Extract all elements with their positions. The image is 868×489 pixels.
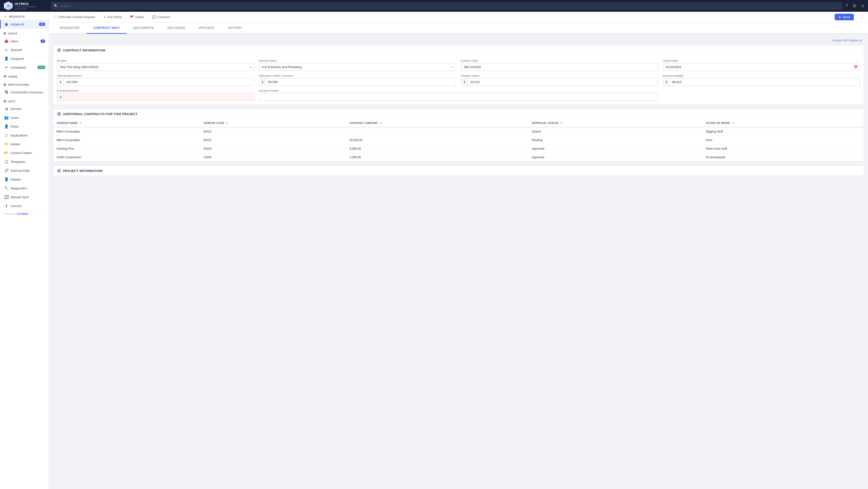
menu-icon[interactable]: ≡ — [861, 3, 864, 8]
search-icon: 🔍 — [54, 4, 58, 8]
collapse-all-link[interactable]: Collapse all — [847, 39, 862, 42]
logo-hex: U — [4, 1, 13, 10]
additional-contracts-toggle[interactable]: − — [57, 112, 61, 116]
project-select[interactable]: Test This thing (380-42010) — [57, 63, 254, 71]
cell-scope-of-work-1: Roof — [703, 136, 864, 145]
completed-badge: 104 — [37, 66, 45, 69]
tab-decisions[interactable]: DECISIONS — [161, 23, 192, 34]
sidebar-item-aliases[interactable]: 👤 Aliases — [0, 175, 49, 184]
more-options-icon[interactable]: ⋮ — [860, 15, 864, 20]
sidebar-item-manual-sync[interactable]: 🔄 Manual Sync — [0, 193, 49, 201]
sort-contract-amount-icon: ⇅ — [380, 122, 382, 124]
sidebar-item-templates[interactable]: 📋 Templates — [0, 157, 49, 166]
vendor-name-select[interactable]: A & R Electric and Plumbing — [259, 63, 456, 71]
send-arrow-icon: ➤ — [839, 15, 841, 19]
inbox-badge: 7 — [40, 39, 45, 43]
tab-contract-info[interactable]: CONTRACT INFO — [86, 23, 127, 34]
powered-by: Powered by ULTIMUS — [0, 210, 49, 217]
templates-icon: 📋 — [4, 160, 8, 164]
col-contract-amount[interactable]: CONTRACT AMOUNT ⇅ — [346, 119, 528, 127]
tab-process[interactable]: PROCESS — [192, 23, 221, 34]
expand-collapse-bar: Expand all / Collapse all — [53, 38, 864, 43]
toolbar-item-comment[interactable]: 💬 Comment — [152, 15, 170, 19]
cell-contract-amount-0 — [346, 127, 528, 136]
submit-date-field: Submit Date 📅 — [663, 59, 860, 71]
additional-contracts-header: − ADDITIONAL CONTRACTS FOR THIS PROJECT — [53, 109, 864, 119]
total-budget-money-symbol: $ — [57, 78, 64, 86]
sidebar-item-applications[interactable]: ⬡ Applications — [0, 131, 49, 140]
help-icon[interactable]: ? — [845, 3, 848, 8]
tab-requester[interactable]: REQUESTER — [53, 23, 86, 34]
vendor-code-input[interactable] — [461, 63, 658, 71]
toolbar-item-eric[interactable]: ★ Eric Ritche — [103, 15, 122, 19]
sidebar-item-external-data[interactable]: 🔗 External Data — [0, 166, 49, 175]
search-input[interactable] — [60, 4, 839, 8]
sidebar-section-views: 👁 VIEWS — [0, 72, 49, 80]
toolbar-item-initiate[interactable]: 🚩 Initiate — [130, 15, 144, 19]
col-vendor-code[interactable]: VENDOR CODE ⇅ — [200, 119, 346, 127]
sidebar: ⚡ REQUESTS ▣ Initiate All 21 ⊞ TASKS 📥 I… — [0, 12, 49, 489]
sidebar-item-roles[interactable]: 👤 Roles — [0, 122, 49, 131]
toolbar-separator-2 — [126, 15, 126, 20]
sort-approval-status-icon: ⇅ — [561, 122, 562, 124]
sidebar-item-completed[interactable]: ✔ Completed 104 — [0, 63, 49, 72]
assigned-icon: 👤 — [4, 56, 8, 61]
expand-all-link[interactable]: Expand all — [833, 39, 846, 42]
vendor-name-label: Vendor Name — [259, 59, 456, 62]
amount-available-input[interactable] — [670, 78, 860, 86]
vendor-code-field: Vendor Code — [461, 59, 658, 71]
tab-documents[interactable]: DOCUMENTS — [127, 23, 161, 34]
sidebar-item-servers[interactable]: 🖥 Servers — [0, 105, 49, 113]
initiate-all-badge: 21 — [39, 23, 45, 26]
views-icon: 👁 — [3, 75, 7, 78]
sidebar-item-diagnostics[interactable]: 🔧 Diagnostics — [0, 184, 49, 193]
initiate-folder-icon: 📁 — [4, 142, 8, 146]
project-label: Project — [57, 59, 254, 62]
allocated-input[interactable] — [266, 78, 456, 86]
contract-info-body: Project Test This thing (380-42010) Vend… — [53, 55, 864, 105]
sidebar-item-licence[interactable]: ℹ Licence — [0, 201, 49, 210]
change-orders-input[interactable] — [468, 78, 658, 86]
calendar-icon[interactable]: 📅 — [851, 65, 860, 69]
submit-date-input[interactable] — [663, 63, 851, 70]
contract-info-toggle[interactable]: − — [57, 48, 61, 52]
sidebar-item-construction-summary[interactable]: 🏗 Construction Summary — [0, 88, 49, 96]
contract-amount-input[interactable] — [64, 93, 254, 100]
sidebar-item-queued[interactable]: ≡ Queued — [0, 46, 49, 54]
sidebar-item-inbox[interactable]: 📥 Inbox 7 — [0, 37, 49, 46]
amount-available-label: Amount Available — [663, 74, 860, 77]
total-budget-input[interactable] — [64, 78, 254, 86]
amount-available-money-symbol: $ — [663, 78, 670, 86]
cell-approval-status-1: Pending — [528, 136, 703, 145]
additional-contracts-title: ADDITIONAL CONTRACTS FOR THIS PROJECT — [63, 112, 138, 116]
sidebar-item-users[interactable]: 👥 Users — [0, 113, 49, 122]
powered-by-logo: ULTIMUS — [17, 212, 28, 215]
scope-of-work-input[interactable] — [259, 93, 658, 101]
col-vendor-name[interactable]: VENDOR NAME ⇅ — [53, 119, 200, 127]
sidebar-item-initiate[interactable]: 📁 Initiate — [0, 140, 49, 148]
send-button[interactable]: ➤ Send — [835, 14, 854, 20]
search-bar[interactable]: 🔍 — [51, 2, 842, 10]
sidebar-item-initiate-all[interactable]: ▣ Initiate All 21 — [0, 20, 49, 29]
sidebar-item-assigned[interactable]: 👤 Assigned — [0, 54, 49, 63]
project-info-title: PROJECT INFORMATION — [63, 169, 102, 173]
additional-contracts-section: − ADDITIONAL CONTRACTS FOR THIS PROJECT … — [53, 109, 864, 162]
toolbar-separator-1 — [99, 15, 99, 20]
toolbar-item-cpm[interactable]: 📄 CPM New Contract Request — [53, 15, 95, 19]
col-scope-of-work[interactable]: SCOPE OF WORK ⇅ — [703, 119, 864, 127]
cell-scope-of-work-0: Digging Stuff — [703, 127, 864, 136]
settings-icon[interactable]: ⚙ — [852, 3, 857, 8]
contract-amount-money-wrap: $ — [57, 93, 254, 101]
servers-icon: 🖥 — [4, 107, 8, 111]
contract-amount-field: Contract Amount $ — [57, 89, 254, 101]
tab-history[interactable]: HISTORY — [221, 23, 249, 34]
col-approval-status[interactable]: APPROVAL STATUS ⇅ — [528, 119, 703, 127]
sidebar-section-uats: ⊞ UATS — [0, 96, 49, 105]
vendor-name-select-wrap: A & R Electric and Plumbing — [259, 63, 456, 71]
comment-icon: 💬 — [152, 15, 156, 19]
sort-scope-of-work-icon: ⇅ — [732, 122, 734, 124]
sidebar-item-central-folders[interactable]: 📂 Central Folders — [0, 148, 49, 157]
table-row: Smith Construction 12345 1,000.00 Approv… — [53, 153, 864, 162]
project-info-toggle[interactable]: + — [57, 169, 61, 173]
cell-vendor-code-1: 54321 — [200, 136, 346, 145]
